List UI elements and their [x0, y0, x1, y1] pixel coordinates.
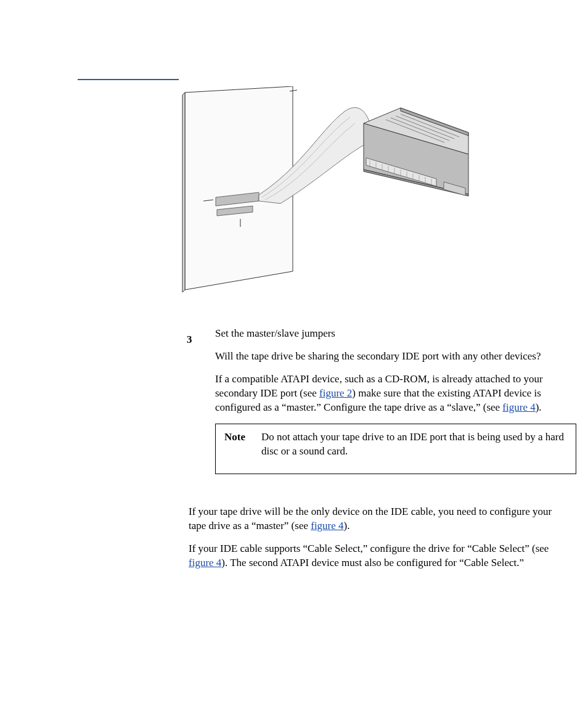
text-span: ). [344, 520, 350, 532]
step-question: Will the tape drive be sharing the secon… [215, 350, 557, 364]
para-atapi-config: If a compatible ATAPI device, such as a … [215, 372, 557, 415]
note-box: Note Do not attach your tape drive to an… [215, 424, 576, 474]
link-figure-4-a[interactable]: figure 4 [502, 401, 535, 413]
header-rule [78, 79, 179, 80]
para-cable-select: If your IDE cable supports “Cable Select… [189, 542, 557, 570]
step-number: 3 [187, 333, 192, 347]
svg-marker-1 [182, 92, 185, 292]
link-figure-4-c[interactable]: figure 4 [189, 557, 221, 568]
text-span: ). The second ATAPI device must also be … [221, 557, 524, 568]
text-span: If your IDE cable supports “Cable Select… [189, 543, 549, 554]
link-figure-4-b[interactable]: figure 4 [311, 520, 343, 532]
link-figure-2[interactable]: figure 2 [319, 387, 352, 399]
installation-figure [179, 86, 472, 293]
note-label: Note [224, 430, 261, 467]
note-text: Do not attach your tape drive to an IDE … [261, 430, 567, 459]
step-title: Set the master/slave jumpers [215, 327, 557, 341]
para-only-device: If your tape drive will be the only devi… [189, 505, 557, 533]
text-span: If your tape drive will be the only devi… [189, 506, 552, 532]
text-span: ). [536, 401, 542, 413]
